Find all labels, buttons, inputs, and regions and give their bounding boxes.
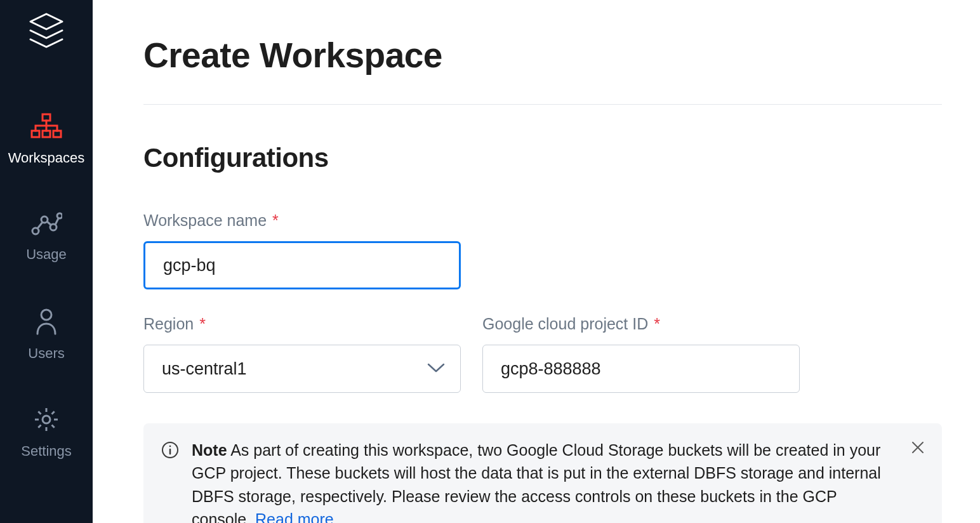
sidebar-item-label: Workspaces — [8, 150, 85, 166]
logo-icon — [27, 11, 66, 56]
note-text: Note As part of creating this workspace,… — [192, 439, 924, 523]
sidebar-item-settings[interactable]: Settings — [0, 406, 93, 460]
info-icon — [161, 441, 179, 523]
field-workspace-name: Workspace name * — [143, 211, 942, 289]
close-icon — [910, 447, 925, 457]
project-id-input[interactable] — [482, 345, 800, 393]
sidebar-item-label: Settings — [21, 443, 72, 460]
section-title: Configurations — [143, 143, 942, 173]
svg-point-9 — [43, 416, 50, 423]
region-select[interactable]: us-central1 — [143, 345, 461, 393]
workspaces-icon — [30, 113, 62, 142]
svg-point-8 — [41, 310, 51, 320]
main-content: Create Workspace Configurations Workspac… — [93, 0, 980, 523]
required-mark: * — [649, 315, 660, 333]
svg-point-5 — [41, 216, 48, 223]
users-icon — [34, 307, 59, 338]
divider — [143, 104, 942, 105]
close-note-button[interactable] — [908, 437, 928, 460]
svg-point-4 — [32, 228, 39, 234]
sidebar-item-label: Usage — [26, 246, 67, 263]
sidebar-item-label: Users — [28, 345, 64, 362]
sidebar-item-users[interactable]: Users — [0, 307, 93, 362]
field-region: Region * us-central1 — [143, 315, 461, 393]
sidebar-item-usage[interactable]: Usage — [0, 211, 93, 263]
workspace-name-input[interactable] — [143, 241, 461, 289]
region-label: Region * — [143, 315, 461, 333]
usage-icon — [30, 211, 62, 239]
field-project-id: Google cloud project ID * — [482, 315, 800, 393]
sidebar-item-workspaces[interactable]: Workspaces — [0, 113, 93, 166]
sidebar: Workspaces Usage Users — [0, 0, 93, 523]
workspace-name-label: Workspace name * — [143, 211, 942, 230]
svg-point-7 — [57, 213, 62, 218]
required-mark: * — [195, 315, 206, 333]
project-id-label: Google cloud project ID * — [482, 315, 800, 333]
page-title: Create Workspace — [143, 35, 942, 76]
info-note: Note As part of creating this workspace,… — [143, 423, 942, 523]
read-more-link[interactable]: Read more — [255, 510, 334, 523]
svg-point-11 — [169, 446, 171, 447]
gear-icon — [33, 406, 60, 435]
required-mark: * — [268, 211, 279, 229]
